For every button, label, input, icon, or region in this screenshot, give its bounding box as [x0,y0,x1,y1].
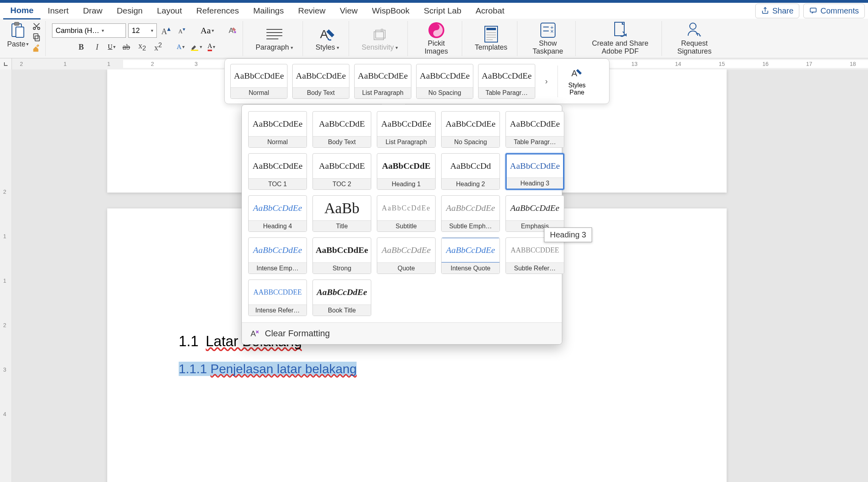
style-card-normal[interactable]: AaBbCcDdEeNormal [230,64,287,99]
style-card-subtle-refer-[interactable]: AABBCCDDEESubtle Refer… [505,237,564,274]
style-name-label: TOC 2 [313,178,371,189]
clear-formatting-item[interactable]: A Clear Formatting [242,322,562,344]
styles-pane-button[interactable]: A Styles Pane [563,67,591,96]
tab-wispbook[interactable]: WispBook [365,3,417,19]
superscript-button[interactable]: x2 [151,40,165,54]
style-card-list-paragraph[interactable]: AaBbCcDdEeList Paragraph [354,64,411,99]
tab-mailings[interactable]: Mailings [246,3,291,19]
style-card-intense-emp-[interactable]: AaBbCcDdEeIntense Emp… [248,237,307,274]
tab-review[interactable]: Review [291,3,333,19]
tab-draw[interactable]: Draw [76,3,110,19]
style-name-label: Intense Refer… [249,305,307,316]
tab-acrobat[interactable]: Acrobat [469,3,511,19]
style-preview: AaBbCcDdEe [377,112,435,136]
tab-design[interactable]: Design [110,3,150,19]
h2-number: 1.1 [179,333,199,349]
styles-pane-label: Styles Pane [563,82,591,96]
style-card-table-paragr-[interactable]: AaBbCcDdEeTable Paragr… [505,111,564,148]
style-card-no-spacing[interactable]: AaBbCcDdEeNo Spacing [441,111,500,148]
pickit-icon [428,21,445,39]
cut-button[interactable] [31,21,42,31]
style-card-toc-2[interactable]: AaBbCcDdETOC 2 [312,153,371,190]
signature-icon [686,21,703,39]
style-card-title[interactable]: AaBbTitle [312,195,371,232]
tab-references[interactable]: References [189,3,246,19]
sensitivity-group: Sensitivity▾ [352,21,408,56]
style-card-book-title[interactable]: AaBbCcDdEeBook Title [312,280,371,316]
comments-button[interactable]: Comments [803,4,865,18]
style-preview: AaBbCcDdEe [377,238,435,262]
style-card-normal[interactable]: AaBbCcDdEeNormal [248,111,307,148]
tab-scriptlab[interactable]: Script Lab [417,3,469,19]
style-card-quote[interactable]: AaBbCcDdEeQuote [377,237,436,274]
tab-view[interactable]: View [333,3,365,19]
underline-button[interactable]: U▾ [106,42,118,51]
style-name-label: Intense Emp… [249,262,307,274]
style-card-toc-1[interactable]: AaBbCcDdEeTOC 1 [248,153,307,190]
style-name-label: Body Text [313,136,371,147]
style-card-body-text[interactable]: AaBbCcDdEBody Text [312,111,371,148]
clear-formatting-button[interactable]: A [226,24,239,37]
chevron-right-icon: › [545,77,548,86]
strikethrough-button[interactable]: ab [120,40,133,54]
style-card-heading-1[interactable]: AaBbCcDdEHeading 1 [377,153,436,190]
bold-button[interactable]: B [75,40,88,54]
clear-format-icon: A [250,328,260,339]
tab-layout[interactable]: Layout [150,3,189,19]
style-card-intense-refer-[interactable]: AABBCCDDEEIntense Refer… [248,280,307,316]
doc-heading-3[interactable]: 1.1.1 Penjelasan latar belakang [179,362,655,376]
style-card-list-paragraph[interactable]: AaBbCcDdEeList Paragraph [377,111,436,148]
paragraph-button[interactable]: Paragraph▾ [249,25,299,52]
pickit-button[interactable]: Pickit Images [414,21,459,56]
paste-button[interactable]: Paste▾ [7,21,29,48]
adobepdf-button[interactable]: Create and Share Adobe PDF [582,21,658,56]
templates-icon [483,25,499,43]
highlight-button[interactable]: ▾ [189,42,204,52]
italic-button[interactable]: I [91,40,104,54]
font-color-button[interactable]: A▾ [206,42,217,52]
styles-more-button[interactable]: › [540,64,553,99]
copy-icon [32,33,41,42]
font-name-select[interactable]: Cambria (H… ▾ [52,23,126,38]
share-button[interactable]: Share [755,4,799,18]
font-size-select[interactable]: 12 ▾ [128,23,157,38]
style-card-body-text[interactable]: AaBbCcDdEeBody Text [292,64,349,99]
signatures-button[interactable]: Request Signatures [668,21,721,56]
subscript-button[interactable]: x2 [135,40,149,54]
templates-button[interactable]: Templates [469,25,514,52]
style-card-heading-3[interactable]: AaBbCcDdEeHeading 3 [505,153,564,190]
style-name-label: Heading 4 [249,220,307,231]
style-card-emphasis[interactable]: AaBbCcDdEeEmphasis [505,195,564,232]
text-effects-button[interactable]: A▾ [175,42,186,51]
ruler-h-tick: 2 [20,61,23,67]
style-preview: AaBbCcDdEe [313,238,371,262]
style-card-heading-4[interactable]: AaBbCcDdEeHeading 4 [248,195,307,232]
styles-button[interactable]: A Styles▾ [309,25,345,52]
style-card-table-paragr-[interactable]: AaBbCcDdEeTable Paragr… [478,64,535,99]
style-name-label: No Spacing [417,87,473,98]
style-name-label: Heading 3 [507,177,563,189]
style-card-subtitle[interactable]: AaBbCcDdEeSubtitle [377,195,436,232]
taskpane-button[interactable]: +× Show Taskpane [524,21,572,56]
taskpane-icon: +× [539,21,557,39]
increase-font-button[interactable]: A▴ [159,24,173,37]
style-card-heading-2[interactable]: AaBbCcDdHeading 2 [441,153,500,190]
vertical-ruler[interactable]: 211234 [0,69,12,482]
style-preview: AaBbCcDdEe [478,64,535,87]
taskpane-label: Show Taskpane [530,40,566,56]
style-card-no-spacing[interactable]: AaBbCcDdEeNo Spacing [416,64,473,99]
copy-button[interactable] [31,32,42,42]
style-name-label: Book Title [313,305,371,316]
tab-home[interactable]: Home [3,2,41,19]
style-card-intense-quote[interactable]: AaBbCcDdEeIntense Quote [441,237,500,274]
signatures-label: Request Signatures [675,40,714,56]
decrease-font-button[interactable]: A▾ [175,24,189,37]
style-name-label: Subtle Refer… [506,262,564,274]
style-card-subtle-emph-[interactable]: AaBbCcDdEeSubtle Emph… [441,195,500,232]
change-case-button[interactable]: Aa▾ [199,25,216,37]
format-painter-button[interactable] [31,43,42,54]
style-card-strong[interactable]: AaBbCcDdEeStrong [312,237,371,274]
style-name-label: Normal [231,87,287,98]
ruler-h-tick: 3 [195,61,198,67]
tab-insert[interactable]: Insert [41,3,76,19]
